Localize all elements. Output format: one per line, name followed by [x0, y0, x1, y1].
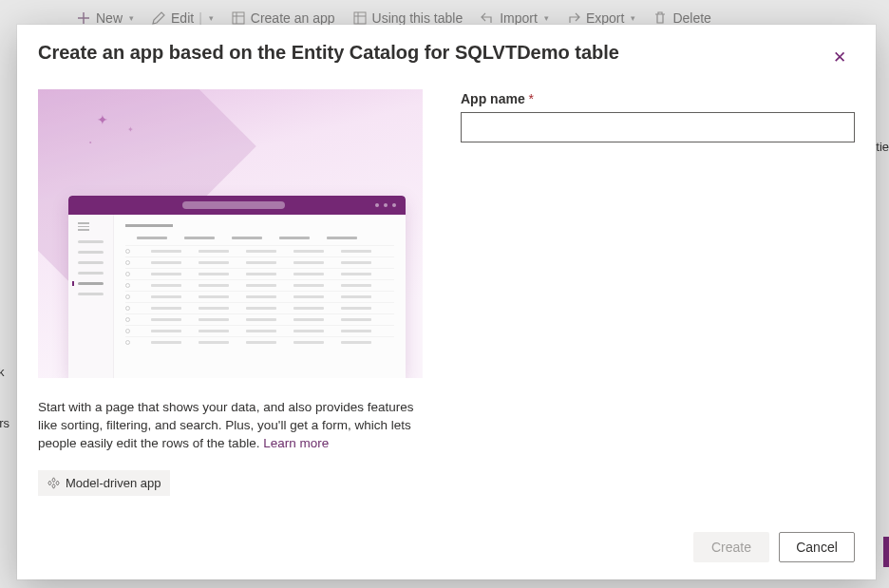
create-app-dialog: Create an app based on the Entity Catalo… [17, 25, 876, 579]
app-type-tag: Model-driven app [38, 470, 170, 496]
edge-purple-sliver [883, 537, 889, 567]
toolbar-delete: Delete [653, 10, 710, 26]
toolbar-new-label: New [96, 10, 123, 26]
toolbar-using-table: Using this table [352, 10, 463, 26]
pencil-icon [151, 10, 166, 26]
plus-icon [76, 10, 91, 26]
grid-icon [231, 10, 246, 26]
edge-text-right: tie [876, 140, 889, 154]
grid-icon [352, 10, 368, 26]
dialog-header: Create an app based on the Entity Catalo… [17, 25, 876, 82]
background-toolbar: New▾ Edit |▾ Create an app Using this ta… [0, 10, 889, 26]
dialog-body: ✦ ✦ • [17, 82, 876, 519]
toolbar-edit: Edit |▾ [151, 10, 214, 26]
close-icon: ✕ [833, 47, 846, 67]
svg-rect-0 [233, 12, 244, 24]
toolbar-export: Export▾ [566, 10, 635, 26]
svg-rect-1 [354, 12, 366, 24]
dialog-footer: Create Cancel [17, 519, 876, 579]
create-button[interactable]: Create [693, 532, 769, 562]
edge-text-left1: k [0, 365, 5, 379]
import-icon [480, 10, 495, 26]
toolbar-new: New▾ [76, 10, 134, 26]
toolbar-delete-label: Delete [672, 10, 710, 26]
app-name-input[interactable] [461, 112, 855, 142]
toolbar-import-label: Import [500, 10, 538, 26]
toolbar-using-table-label: Using this table [372, 10, 463, 26]
toolbar-import: Import▾ [480, 10, 549, 26]
toolbar-create-app: Create an app [231, 10, 335, 26]
learn-more-link[interactable]: Learn more [263, 436, 329, 450]
model-driven-icon [47, 477, 60, 489]
export-icon [566, 10, 581, 26]
cancel-button[interactable]: Cancel [779, 532, 855, 562]
toolbar-export-label: Export [586, 10, 624, 26]
dialog-right-column: App name * [461, 89, 855, 519]
edge-text-left2: ors [0, 416, 9, 430]
app-name-label: App name * [461, 91, 855, 106]
app-illustration: ✦ ✦ • [38, 89, 423, 378]
trash-icon [653, 10, 668, 26]
dialog-title: Create an app based on the Entity Catalo… [38, 42, 619, 64]
toolbar-create-app-label: Create an app [251, 10, 335, 26]
tag-label: Model-driven app [66, 476, 161, 490]
dialog-description: Start with a page that shows your data, … [38, 378, 423, 453]
dialog-left-column: ✦ ✦ • [38, 89, 423, 519]
required-indicator: * [529, 91, 534, 106]
toolbar-edit-label: Edit [171, 10, 194, 26]
close-button[interactable]: ✕ [824, 42, 855, 72]
description-text: Start with a page that shows your data, … [38, 400, 413, 450]
